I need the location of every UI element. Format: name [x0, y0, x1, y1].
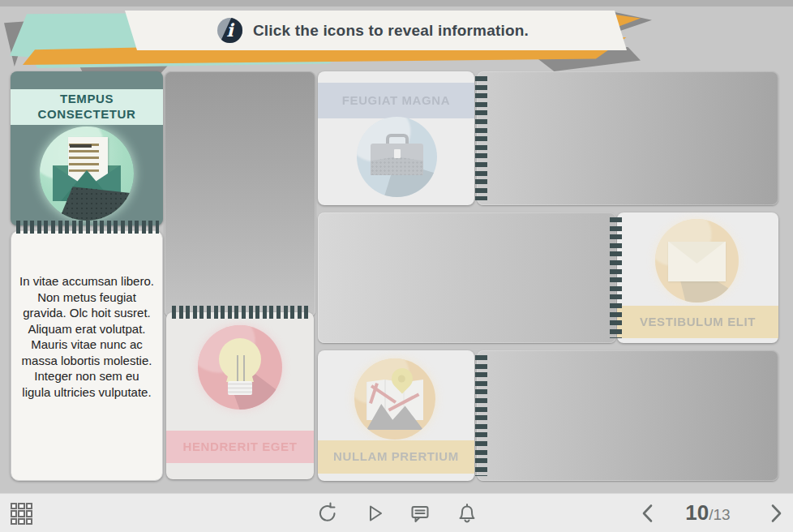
card-title: VESTIBULUM ELIT — [617, 306, 778, 338]
card-title: NULLAM PRERTIUM — [318, 440, 474, 474]
chevron-right-icon[interactable] — [763, 500, 789, 526]
content-panel-nullam — [477, 350, 778, 481]
lightbulb-icon — [198, 325, 282, 410]
card-hendrerit-eget[interactable]: HENDRERIT EGET — [166, 312, 314, 479]
tempus-revealed-text-card: In vitae accumsan libero. Non metus feug… — [11, 230, 163, 481]
card-tempus-consectetur[interactable]: TEMPUS CONSECTETUR — [11, 71, 163, 225]
open-envelope-icon — [40, 127, 134, 221]
card-title: TEMPUS CONSECTETUR — [11, 89, 163, 125]
card-nullam-prertium[interactable]: NULLAM PRERTIUM — [318, 350, 474, 481]
card-title: FEUGIAT MAGNA — [318, 83, 474, 118]
comment-icon[interactable] — [407, 500, 433, 526]
spiral-binding — [16, 221, 159, 234]
briefcase-icon — [357, 117, 437, 197]
map-icon — [354, 358, 435, 440]
card-vestibulum-elit[interactable]: VESTIBULUM ELIT — [617, 212, 778, 343]
slide-stage: i Click the icons to reveal information.… — [0, 0, 793, 532]
content-panel-feugiat — [477, 71, 778, 205]
card-title: HENDRERIT EGET — [166, 431, 314, 463]
tempus-body-text: In vitae accumsan libero. Non metus feug… — [11, 231, 162, 400]
instruction-text: Click the icons to reveal information. — [253, 22, 529, 40]
spiral-binding — [172, 306, 308, 319]
closed-envelope-icon — [655, 219, 739, 302]
play-icon[interactable] — [362, 500, 388, 526]
replay-icon[interactable] — [315, 500, 341, 526]
player-toolbar: 10 /13 — [0, 493, 793, 532]
content-panel-hendrerit — [165, 71, 315, 317]
instruction-banner: i Click the icons to reveal information. — [114, 11, 632, 50]
spiral-binding — [475, 355, 487, 476]
spiral-binding — [610, 217, 622, 338]
spiral-binding — [475, 76, 487, 200]
page-total: /13 — [709, 506, 730, 524]
info-icon: i — [217, 18, 242, 43]
grid-menu-icon[interactable] — [11, 503, 32, 525]
notification-bell-icon[interactable] — [454, 500, 480, 526]
page-current: 10 — [685, 500, 709, 525]
content-panel-vestibulum — [318, 212, 616, 343]
card-feugiat-magna[interactable]: FEUGIAT MAGNA — [318, 71, 474, 205]
chevron-left-icon[interactable] — [635, 500, 661, 526]
page-counter: 10 /13 — [675, 500, 741, 526]
